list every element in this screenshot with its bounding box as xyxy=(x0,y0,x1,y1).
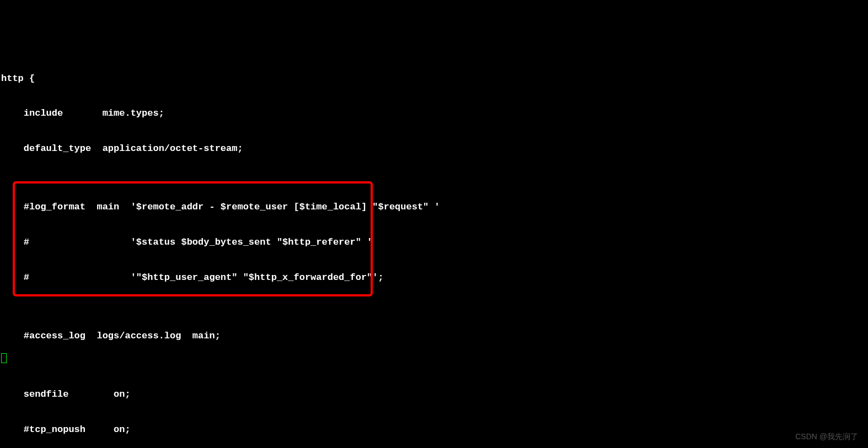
watermark-text: CSDN @我先润了 xyxy=(795,432,858,442)
config-line: #log_format main '$remote_addr - $remote… xyxy=(1,201,868,213)
config-line: sendfile on; xyxy=(1,388,868,400)
config-line: include mime.types; xyxy=(1,107,868,119)
config-line: default_type application/octet-stream; xyxy=(1,143,868,154)
config-line: #access_log logs/access.log main; xyxy=(1,330,868,342)
terminal-cursor xyxy=(1,353,7,363)
config-line: #tcp_nopush on; xyxy=(1,424,868,435)
config-line: http { xyxy=(1,73,868,84)
terminal-output[interactable]: http { include mime.types; default_type … xyxy=(0,47,868,448)
config-line: # '$status $body_bytes_sent "$http_refer… xyxy=(1,236,868,248)
config-line: # '"$http_user_agent" "$http_x_forwarded… xyxy=(1,272,868,283)
